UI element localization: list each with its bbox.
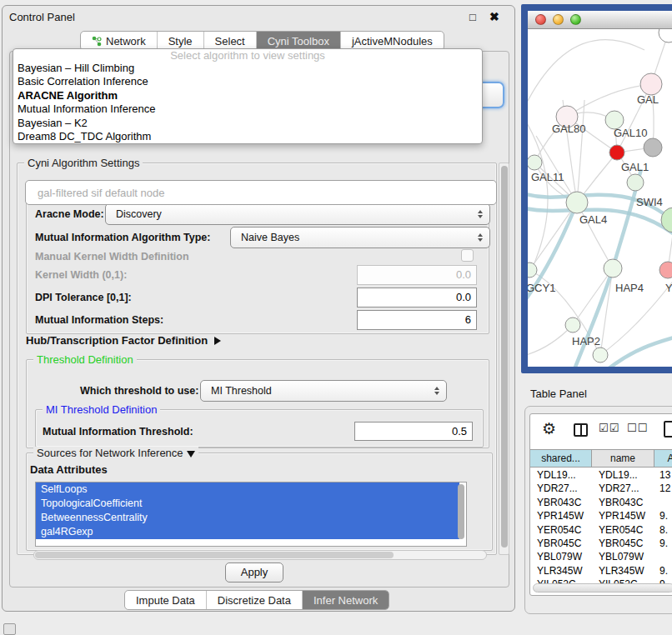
gear-icon[interactable]: ⚙	[542, 419, 556, 438]
kernel-width-label: Kernel Width (0,1):	[35, 269, 127, 281]
network-window-titlebar[interactable]	[528, 11, 672, 29]
sources-title[interactable]: Sources for Network Inference	[33, 447, 198, 459]
algorithm-option[interactable]: Bayesian – K2	[13, 117, 482, 130]
algorithm-option[interactable]: Bayesian – Hill Climbing	[13, 62, 482, 75]
kernel-width-field[interactable]: 0.0	[357, 265, 477, 285]
minimized-panel-icon[interactable]	[3, 623, 16, 635]
tab-infer-network[interactable]: Infer Network	[302, 591, 389, 609]
algorithm-option[interactable]: Dream8 DC_TDC Algorithm	[13, 130, 482, 143]
node-label: GAL4	[579, 213, 607, 226]
dpi-tolerance-field[interactable]: 0.0	[357, 288, 477, 308]
aracne-mode-select[interactable]: Discovery	[105, 203, 490, 225]
table-cell: YPR145W	[592, 509, 654, 522]
list-item[interactable]: SelfLoops	[36, 482, 459, 497]
table-cell: 8.	[654, 523, 672, 537]
table-row[interactable]: YDL19...YDL19...13	[530, 468, 672, 482]
apply-button[interactable]: Apply	[225, 562, 283, 582]
close-traffic-light-icon[interactable]	[535, 14, 546, 25]
tab-label: Network	[106, 35, 146, 48]
close-icon[interactable]: ✖	[489, 10, 499, 23]
aracne-mode-value: Discovery	[116, 208, 162, 220]
manual-kernel-checkbox[interactable]	[461, 249, 474, 262]
tab-network[interactable]: Network	[81, 32, 157, 50]
network-node[interactable]	[593, 348, 608, 362]
tab-label: Style	[168, 35, 193, 48]
network-node[interactable]	[604, 259, 622, 278]
zoom-traffic-light-icon[interactable]	[570, 14, 581, 25]
document-icon[interactable]	[664, 421, 672, 438]
data-attributes-list[interactable]: SelfLoops TopologicalCoefficient Between…	[35, 482, 467, 547]
column-header-name[interactable]: name	[592, 450, 654, 467]
group-title: MI Threshold Definition	[43, 403, 160, 416]
minimize-traffic-light-icon[interactable]	[553, 14, 564, 25]
tab-discretize-data[interactable]: Discretize Data	[206, 591, 302, 609]
float-window-icon[interactable]: □	[469, 11, 476, 23]
table-cell: YPR145W	[530, 509, 592, 522]
table-row[interactable]: YER054CYER054C8.	[530, 523, 672, 537]
mi-steps-field[interactable]: 6	[357, 310, 477, 330]
dpi-tolerance-label: DPI Tolerance [0,1]:	[35, 292, 132, 303]
hub-definition-expander[interactable]: Hub/Transcription Factor Definition	[26, 334, 221, 347]
list-horizontal-scrollbar[interactable]	[33, 550, 487, 560]
hub-definition-label: Hub/Transcription Factor Definition	[26, 334, 208, 347]
column-header-partial[interactable]: A	[654, 450, 672, 467]
algorithm-combobox[interactable]: gal-filtered sif default node	[25, 180, 497, 205]
algorithm-option[interactable]: Basic Correlation Inference	[13, 75, 482, 88]
mi-threshold-field[interactable]: 0.5	[354, 422, 473, 441]
columns-icon[interactable]	[574, 423, 588, 437]
control-panel-titlebar: Control Panel □ ✖	[3, 6, 514, 28]
network-node[interactable]	[566, 192, 588, 213]
settings-vertical-scrollbar[interactable]	[499, 162, 509, 555]
node-label: GAL80	[552, 122, 585, 135]
tab-style[interactable]: Style	[157, 32, 203, 50]
network-node[interactable]	[609, 145, 624, 160]
list-vertical-scrollbar[interactable]	[458, 484, 464, 539]
table-cell: YER054C	[592, 523, 654, 537]
data-attributes-label: Data Attributes	[30, 463, 108, 476]
table-row[interactable]: YBL079WYBL079W	[530, 550, 672, 563]
network-node[interactable]	[528, 262, 537, 278]
network-edge[interactable]	[528, 325, 573, 356]
network-edge[interactable]	[573, 268, 613, 325]
list-item[interactable]: TopologicalCoefficient	[36, 497, 459, 511]
sources-title-label: Sources for Network Inference	[37, 447, 183, 459]
sources-group: Sources for Network Inference Data Attri…	[26, 452, 493, 551]
table-row[interactable]: YLR345WYLR345W9.	[530, 564, 672, 578]
table-horizontal-scrollbar[interactable]	[533, 583, 672, 592]
mi-threshold-value: 0.5	[452, 425, 467, 438]
which-threshold-select[interactable]: MI Threshold	[200, 380, 447, 402]
mi-type-select[interactable]: Naive Bayes	[230, 227, 490, 248]
table-row[interactable]: YBR045CYBR045C9.	[530, 537, 672, 550]
table-row[interactable]: YDR27...YDR27...12	[530, 482, 672, 495]
tab-cyni-toolbox[interactable]: Cyni Toolbox	[256, 32, 340, 50]
table-cell: YDL19...	[592, 468, 654, 482]
algorithm-combobox-value: gal-filtered sif default node	[38, 187, 164, 199]
network-node[interactable]	[644, 138, 662, 157]
tab-impute-data[interactable]: Impute Data	[125, 591, 206, 609]
tab-jactivemnodules[interactable]: jActiveMNodules	[340, 32, 444, 50]
list-item[interactable]: gal4RGexp	[36, 525, 459, 539]
stepper-icon	[434, 387, 439, 395]
network-node[interactable]	[640, 73, 662, 95]
select-all-checkboxes-icon[interactable]: ☑☑	[599, 422, 619, 434]
table-row[interactable]: YPR145WYPR145W9.	[530, 509, 672, 522]
table-cell: YER054C	[530, 523, 592, 537]
mi-steps-label: Mutual Information Steps:	[35, 314, 163, 326]
cyni-algorithm-settings-group: Cyni Algorithm Settings Algorithm Defini…	[17, 162, 497, 555]
list-item[interactable]: BetweennessCentrality	[36, 511, 459, 525]
network-node[interactable]	[565, 318, 580, 332]
deselect-all-checkboxes-icon[interactable]: ☐☐	[627, 422, 648, 434]
table-cell: 12	[654, 482, 672, 495]
tab-select[interactable]: Select	[203, 32, 256, 50]
table-row[interactable]: YBR043CYBR043C	[530, 496, 672, 509]
algorithm-option-highlighted[interactable]: ARACNE Algorithm	[13, 89, 482, 102]
network-canvas[interactable]: GALGAL80GAL10GAL1GAL11SWI4GAL4GCY1HAP4YH…	[528, 29, 672, 367]
table-cell: 13	[654, 468, 672, 482]
network-node[interactable]	[659, 29, 672, 42]
network-node[interactable]	[627, 174, 644, 191]
network-node[interactable]	[659, 262, 672, 278]
network-edge[interactable]	[608, 336, 672, 367]
column-header-shared-name[interactable]: shared...	[530, 450, 592, 467]
algorithm-option[interactable]: Mutual Information Inference	[13, 102, 482, 116]
network-node[interactable]	[528, 155, 542, 170]
